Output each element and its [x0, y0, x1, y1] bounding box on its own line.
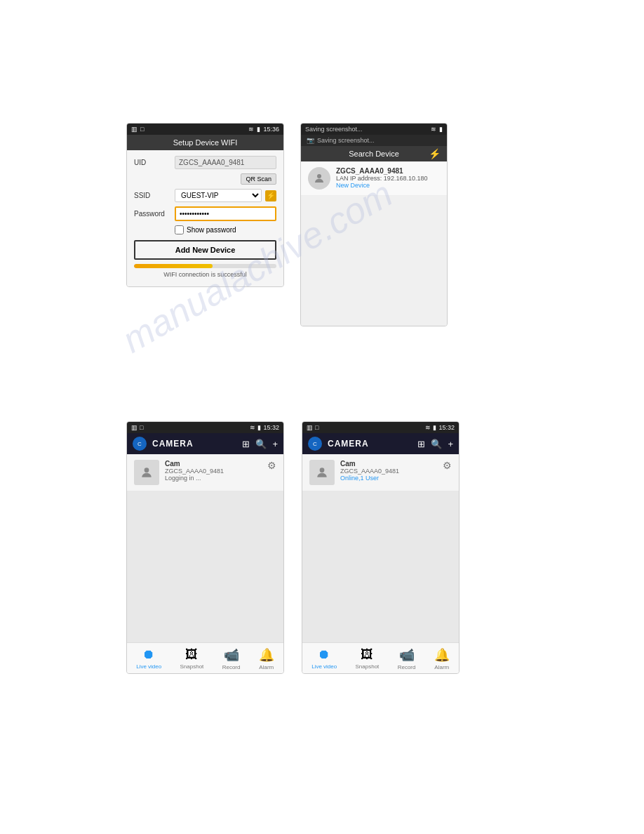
signal-icon: ▥: [131, 126, 137, 133]
camera-right-toolbar-icons: ⊞ 🔍 +: [417, 439, 453, 449]
ssid-label: SSID: [134, 192, 175, 199]
camera-right-device-item: Cam ZGCS_AAAA0_9481 Online,1 User ⚙: [302, 454, 459, 491]
show-password-row: Show password: [134, 225, 276, 234]
device-list-item: ZGCS_AAAA0_9481 LAN IP address: 192.168.…: [301, 161, 447, 196]
search-empty-area: [301, 196, 447, 326]
cam-left-signal1: ▥: [131, 424, 137, 431]
show-password-checkbox[interactable]: [175, 225, 184, 234]
camera-right-title: CAMERA: [328, 439, 412, 449]
cam-left-signal2: □: [140, 424, 143, 431]
ssid-row: SSID GUEST-VIP ⚡: [134, 189, 276, 202]
camera-right-title-bar: C CAMERA ⊞ 🔍 +: [302, 433, 459, 454]
qr-scan-button[interactable]: QR Scan: [241, 173, 276, 185]
alarm-icon-left: 🔔: [259, 647, 274, 663]
grid-view-icon[interactable]: ⊞: [242, 439, 250, 449]
nav-snapshot-left[interactable]: 🖼 Snapshot: [180, 647, 204, 670]
svg-point-2: [320, 468, 325, 472]
nav-alarm-left[interactable]: 🔔 Alarm: [259, 647, 274, 670]
camera-left-nav-bar: ⏺ Live video 🖼 Snapshot 📹 Record 🔔 Alarm: [127, 642, 283, 673]
screenshot-bar: 📷 Saving screenshot...: [301, 135, 447, 146]
cam-left-name: Cam: [165, 460, 224, 468]
nav-record-right[interactable]: 📹 Record: [398, 647, 416, 670]
search-device-panel: Saving screenshot... ≋ ▮ 📷 Saving screen…: [300, 123, 448, 326]
cam-left-time: 15:32: [263, 424, 279, 431]
battery-full-icon: ▮: [257, 126, 260, 133]
camera-right-status-right: ≋ ▮ 15:32: [425, 424, 455, 431]
show-password-label: Show password: [187, 226, 236, 234]
wifi-status-bar: ▥ □ ≋ ▮ 15:36: [127, 124, 283, 135]
uid-row: UID: [134, 156, 276, 169]
qr-row: QR Scan: [134, 173, 276, 185]
add-icon[interactable]: +: [272, 439, 278, 449]
cam-right-avatar: [309, 460, 335, 485]
camera-left-brand-dot: C: [133, 437, 147, 451]
cam-right-info: Cam ZGCS_AAAA0_9481 Online,1 User: [340, 460, 399, 482]
add-new-device-button[interactable]: Add New Device: [134, 240, 276, 260]
ssid-select[interactable]: GUEST-VIP: [175, 189, 262, 202]
alarm-label-right: Alarm: [434, 664, 449, 670]
search-title-bar: Search Device ⚡: [301, 146, 447, 161]
cam-right-uid: ZGCS_AAAA0_9481: [340, 468, 399, 475]
uid-input[interactable]: [175, 156, 276, 169]
search-battery-icon: ▮: [439, 126, 443, 133]
wifi-panel-title: Setup Device WIFI: [173, 138, 238, 147]
wifi-status-right: ≋ ▮ 15:36: [248, 126, 279, 133]
camera-right-status-bar: ▥ □ ≋ ▮ 15:32: [302, 422, 459, 433]
camera-right-panel: ▥ □ ≋ ▮ 15:32 C CAMERA ⊞ 🔍 + Cam ZGCS_AA…: [302, 421, 459, 674]
camera-left-status-right: ≋ ▮ 15:32: [250, 424, 279, 431]
search-status-right: ≋ ▮: [431, 126, 443, 133]
nav-live-video-left[interactable]: ⏺ Live video: [136, 647, 161, 670]
add-icon-right[interactable]: +: [448, 439, 453, 449]
password-input[interactable]: [175, 206, 276, 221]
cam-left-wifi: ≋: [250, 424, 255, 431]
camera-left-title: CAMERA: [152, 439, 236, 449]
snapshot-icon-left: 🖼: [185, 647, 198, 662]
cam-right-wifi: ≋: [425, 424, 431, 431]
cam-right-gear-icon[interactable]: ⚙: [443, 460, 452, 471]
cam-right-time: 15:32: [438, 424, 455, 431]
device-avatar: [308, 167, 330, 190]
wifi-success-message: WIFI connection is successful: [134, 271, 276, 281]
device-new-status[interactable]: New Device: [336, 182, 427, 189]
alarm-label-left: Alarm: [259, 664, 274, 670]
search-icon[interactable]: 🔍: [255, 439, 267, 449]
grid-view-icon-right[interactable]: ⊞: [417, 439, 425, 449]
search-panel-title: Search Device: [349, 150, 399, 158]
record-icon-left: 📹: [224, 647, 239, 663]
nav-snapshot-right[interactable]: 🖼 Snapshot: [356, 647, 380, 670]
wifi-status-left: ▥ □: [131, 126, 144, 133]
camera-left-panel: ▥ □ ≋ ▮ 15:32 C CAMERA ⊞ 🔍 + Cam ZGCS_AA…: [126, 421, 284, 674]
search-flash-icon[interactable]: ⚡: [429, 148, 440, 159]
alarm-icon-right: 🔔: [434, 647, 450, 663]
screenshot-text: Saving screenshot...: [317, 137, 375, 144]
live-video-label-right: Live video: [311, 663, 337, 670]
wifi-form: UID QR Scan SSID GUEST-VIP ⚡ Password Sh…: [127, 150, 283, 286]
cam-left-avatar: [134, 460, 159, 485]
camera-right-brand-dot: C: [308, 437, 322, 451]
screenshot-label: Saving screenshot...: [305, 126, 363, 133]
wifi-signal-icon: ≋: [248, 126, 254, 133]
cam-left-gear-icon[interactable]: ⚙: [267, 460, 276, 471]
camera-left-title-bar: C CAMERA ⊞ 🔍 +: [127, 433, 283, 454]
flash-icon: ⚡: [265, 190, 276, 201]
battery-icon: □: [140, 126, 144, 133]
camera-left-main-area: [127, 491, 283, 642]
wifi-title-bar: Setup Device WIFI: [127, 135, 283, 150]
cam-right-name: Cam: [340, 460, 399, 468]
live-video-icon-left: ⏺: [142, 647, 155, 662]
nav-live-video-right[interactable]: ⏺ Live video: [311, 647, 337, 670]
search-icon-right[interactable]: 🔍: [431, 439, 442, 449]
search-status-left: Saving screenshot...: [305, 126, 363, 133]
snapshot-label-right: Snapshot: [356, 663, 380, 670]
nav-alarm-right[interactable]: 🔔 Alarm: [434, 647, 450, 670]
record-label-right: Record: [398, 664, 416, 670]
password-label: Password: [134, 210, 175, 218]
camera-left-toolbar-icons: ⊞ 🔍 +: [242, 439, 278, 449]
snapshot-icon-right: 🖼: [361, 647, 373, 662]
uid-label: UID: [134, 159, 175, 166]
camera-right-nav-bar: ⏺ Live video 🖼 Snapshot 📹 Record 🔔 Alarm: [302, 642, 459, 673]
nav-record-left[interactable]: 📹 Record: [222, 647, 241, 670]
camera-left-status-bar: ▥ □ ≋ ▮ 15:32: [127, 422, 283, 433]
cam-left-battery: ▮: [257, 424, 261, 431]
camera-right-status-left: ▥ □: [307, 424, 318, 431]
